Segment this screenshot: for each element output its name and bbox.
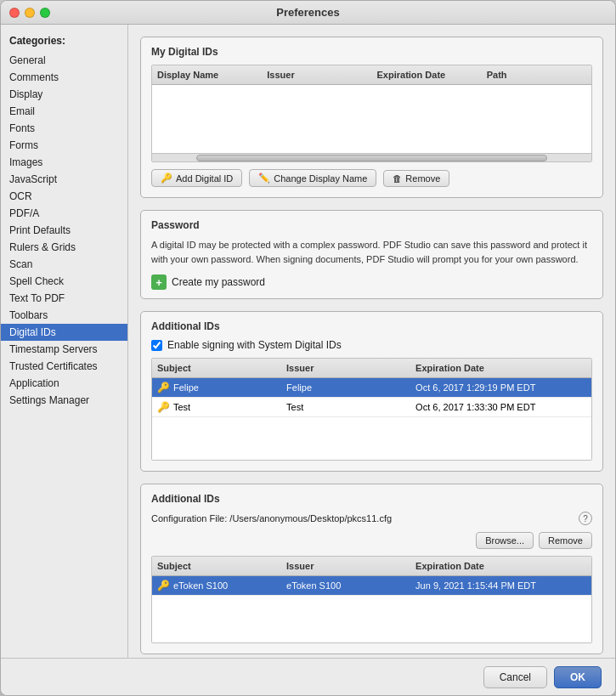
remove-label: Remove [405, 173, 440, 184]
row-expiration: Oct 6, 2017 1:33:30 PM EDT [410, 399, 591, 415]
key-icon: 🔑 [157, 580, 170, 591]
enable-signing-label: Enable signing with System Digital IDs [167, 339, 342, 351]
edit-icon: ✏️ [258, 173, 270, 184]
add-digital-id-button[interactable]: 🔑 Add Digital ID [151, 169, 242, 187]
additional-ids-bottom-title: Additional IDs [151, 493, 592, 505]
sidebar-item-general[interactable]: General [1, 52, 127, 69]
browse-label: Browse... [485, 535, 524, 546]
row-subject: 🔑 Test [152, 399, 281, 415]
sidebar-item-application[interactable]: Application [1, 375, 127, 392]
sidebar-item-trusted-certificates[interactable]: Trusted Certificates [1, 358, 127, 375]
remove-digital-id-button[interactable]: 🗑 Remove [383, 170, 449, 187]
config-row: Configuration File: /Users/anonymous/Des… [151, 512, 592, 525]
empty-space [152, 596, 591, 642]
my-digital-ids-body [152, 85, 591, 153]
my-digital-ids-header: Display Name Issuer Expiration Date Path [152, 65, 591, 85]
sidebar-item-toolbars[interactable]: Toolbars [1, 307, 127, 324]
key-icon: 🔑 [157, 401, 170, 413]
row-subject: 🔑 Felipe [152, 380, 281, 395]
window-controls [9, 8, 50, 18]
remove-config-label: Remove [548, 535, 583, 546]
my-digital-ids-table: Display Name Issuer Expiration Date Path [151, 65, 592, 162]
bottom-col-expiration: Expiration Date [410, 559, 591, 573]
col-expiration: Expiration Date [372, 68, 482, 82]
sidebar-item-text-to-pdf[interactable]: Text To PDF [1, 290, 127, 307]
row-expiration: Oct 6, 2017 1:29:19 PM EDT [410, 380, 591, 395]
row-issuer: Test [281, 399, 410, 415]
col-path: Path [482, 68, 591, 82]
remove-config-button[interactable]: Remove [539, 532, 592, 549]
sidebar-item-javascript[interactable]: JavaScript [1, 171, 127, 188]
sidebar-item-spell-check[interactable]: Spell Check [1, 273, 127, 290]
sidebar-item-timestamp-servers[interactable]: Timestamp Servers [1, 341, 127, 358]
top-col-subject: Subject [152, 361, 281, 375]
sidebar-item-forms[interactable]: Forms [1, 137, 127, 154]
bottom-col-subject: Subject [152, 559, 281, 573]
enable-signing-row: Enable signing with System Digital IDs [151, 339, 592, 351]
content-area: Categories: General Comments Display Ema… [1, 25, 615, 658]
cancel-button[interactable]: Cancel [483, 666, 547, 688]
sidebar-item-digital-ids[interactable]: Digital IDs [1, 324, 127, 341]
my-digital-ids-title: My Digital IDs [151, 46, 592, 58]
enable-signing-checkbox[interactable] [151, 340, 162, 351]
scrollbar-thumb[interactable] [196, 155, 548, 161]
sidebar: Categories: General Comments Display Ema… [1, 25, 128, 658]
help-icon[interactable]: ? [579, 512, 592, 525]
titlebar: Preferences [1, 1, 615, 25]
table-row[interactable]: 🔑 Felipe Felipe Oct 6, 2017 1:29:19 PM E… [152, 378, 591, 398]
ok-button[interactable]: OK [554, 666, 602, 688]
password-title: Password [151, 219, 592, 231]
sidebar-item-images[interactable]: Images [1, 154, 127, 171]
sidebar-item-comments[interactable]: Comments [1, 69, 127, 86]
sidebar-item-email[interactable]: Email [1, 103, 127, 120]
additional-ids-bottom-body: 🔑 eToken S100 eToken S100 Jun 9, 2021 1:… [152, 576, 591, 642]
window-title: Preferences [276, 6, 339, 19]
create-icon: + [151, 274, 167, 290]
sidebar-item-fonts[interactable]: Fonts [1, 120, 127, 137]
minimize-button[interactable] [25, 8, 35, 18]
additional-ids-top-body: 🔑 Felipe Felipe Oct 6, 2017 1:29:19 PM E… [152, 378, 591, 460]
close-button[interactable] [9, 8, 20, 18]
create-password-label: Create my password [172, 276, 265, 288]
sidebar-item-settings-manager[interactable]: Settings Manager [1, 392, 127, 409]
maximize-button[interactable] [40, 8, 50, 18]
remove-icon: 🗑 [393, 173, 402, 184]
col-issuer: Issuer [262, 68, 371, 82]
sidebar-item-scan[interactable]: Scan [1, 256, 127, 273]
col-display-name: Display Name [152, 68, 262, 82]
sidebar-item-display[interactable]: Display [1, 86, 127, 103]
password-section: Password A digital ID may be protected w… [140, 210, 603, 299]
additional-ids-top-title: Additional IDs [151, 320, 592, 332]
create-password-button[interactable]: + Create my password [151, 274, 592, 290]
row-issuer: eToken S100 [281, 578, 410, 593]
table-row[interactable]: 🔑 Test Test Oct 6, 2017 1:33:30 PM EDT [152, 398, 591, 417]
main-panel: My Digital IDs Display Name Issuer Expir… [128, 25, 615, 658]
additional-ids-bottom-table: Subject Issuer Expiration Date 🔑 eToken … [151, 556, 592, 643]
empty-space [152, 417, 591, 460]
change-label: Change Display Name [274, 173, 367, 184]
top-col-issuer: Issuer [281, 361, 410, 375]
additional-ids-top-table: Subject Issuer Expiration Date 🔑 Felipe … [151, 358, 592, 461]
scrollbar[interactable] [152, 153, 591, 161]
top-col-expiration: Expiration Date [410, 361, 591, 375]
bottom-col-issuer: Issuer [281, 559, 410, 573]
sidebar-item-pdfa[interactable]: PDF/A [1, 205, 127, 222]
browse-button[interactable]: Browse... [476, 532, 534, 549]
add-label: Add Digital ID [176, 173, 233, 184]
browse-remove-row: Browse... Remove [151, 532, 592, 549]
my-digital-ids-section: My Digital IDs Display Name Issuer Expir… [140, 37, 603, 198]
row-expiration: Jun 9, 2021 1:15:44 PM EDT [410, 578, 591, 593]
password-description: A digital ID may be protected with a com… [151, 238, 592, 266]
sidebar-item-rulers-grids[interactable]: Rulers & Grids [1, 239, 127, 256]
sidebar-item-print-defaults[interactable]: Print Defaults [1, 222, 127, 239]
preferences-window: Preferences Categories: General Comments… [0, 0, 616, 696]
change-display-name-button[interactable]: ✏️ Change Display Name [249, 169, 376, 187]
row-subject: 🔑 eToken S100 [152, 578, 281, 593]
table-row[interactable]: 🔑 eToken S100 eToken S100 Jun 9, 2021 1:… [152, 576, 591, 596]
bottom-bar: Cancel OK [1, 658, 615, 695]
my-digital-ids-toolbar: 🔑 Add Digital ID ✏️ Change Display Name … [151, 169, 592, 187]
sidebar-heading: Categories: [1, 31, 127, 52]
sidebar-item-ocr[interactable]: OCR [1, 188, 127, 205]
additional-ids-bottom-header: Subject Issuer Expiration Date [152, 557, 591, 576]
key-icon: 🔑 [157, 382, 170, 393]
